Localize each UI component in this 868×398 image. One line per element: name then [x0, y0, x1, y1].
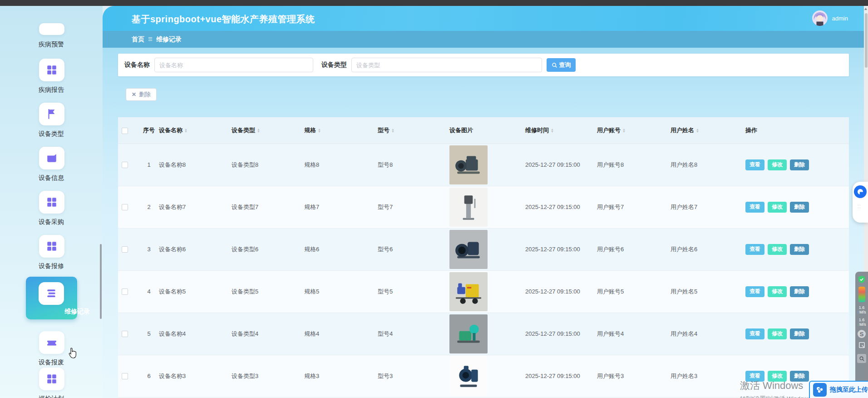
batch-delete-button[interactable]: ✕ 删除: [126, 88, 157, 101]
assistant-icon: [854, 185, 867, 198]
table-row: 3 设备名称6 设备类型6 规格6 型号6 2025-12-27 09:15:0…: [118, 228, 849, 270]
sort-icon[interactable]: ▲▼: [184, 128, 187, 133]
edit-button[interactable]: 修改: [768, 328, 787, 339]
table-header-row: 序号 设备名称▲▼ 设备类型▲▼ 规格▲▼ 型号▲▼ 设备图片 维修时间▲▼ 用…: [118, 117, 849, 144]
edit-button[interactable]: 修改: [768, 202, 787, 213]
delete-button[interactable]: 删除: [790, 159, 809, 170]
grid-icon: [39, 235, 64, 258]
sidebar-item-label: 设备类型: [0, 130, 103, 138]
row-checkbox[interactable]: [122, 246, 128, 253]
grid-icon: [39, 23, 64, 35]
menu-icon: ☰: [148, 36, 153, 42]
sidebar-item-label: 疾病预警: [0, 40, 103, 49]
sogou-icon[interactable]: S: [858, 330, 866, 338]
sort-icon[interactable]: ▲▼: [696, 128, 699, 133]
grid-icon: [39, 368, 64, 390]
sidebar-item-label: 设备报废: [0, 358, 103, 367]
security-shield-icon[interactable]: [858, 275, 866, 284]
row-checkbox[interactable]: [122, 331, 128, 337]
delete-button[interactable]: 删除: [790, 328, 809, 339]
view-button[interactable]: 查看: [745, 159, 764, 170]
breadcrumb-home[interactable]: 首页: [132, 35, 144, 44]
upload-label: 拖拽至此上传: [830, 386, 868, 394]
sort-icon[interactable]: ▲▼: [622, 128, 626, 133]
table-row: 1 设备名称8 设备类型8 规格8 型号8 2025-12-27 09:15:0…: [118, 144, 849, 186]
device-photo[interactable]: [449, 230, 488, 269]
app-header: 基于springboot+vue智能水产养殖管理系统 admin: [103, 6, 868, 31]
drag-handle-icon[interactable]: ⁚⁚: [858, 205, 861, 209]
content-area: 基于springboot+vue智能水产养殖管理系统 admin 首页 ☰ 维修…: [103, 6, 868, 398]
view-button[interactable]: 查看: [745, 286, 764, 297]
sidebar-scrollbar[interactable]: [100, 244, 102, 319]
col-header-type: 设备类型: [232, 126, 255, 134]
device-photo[interactable]: [449, 145, 488, 184]
col-header-name: 设备名称: [159, 126, 182, 134]
user-menu[interactable]: admin: [812, 10, 848, 26]
row-checkbox[interactable]: [122, 162, 128, 168]
view-button[interactable]: 查看: [745, 328, 764, 339]
download-speed: 1.6↓M/s: [858, 318, 866, 327]
scrollbar-thumb[interactable]: [865, 13, 868, 68]
col-header-spec: 规格: [304, 126, 316, 134]
device-photo[interactable]: [449, 314, 488, 353]
screenshot-icon[interactable]: [858, 341, 866, 351]
assistant-float-button[interactable]: ⁚⁚: [853, 182, 868, 223]
device-type-input[interactable]: [351, 58, 542, 72]
flag-icon: [39, 103, 64, 125]
device-photo[interactable]: [449, 188, 488, 227]
col-header-username: 用户姓名: [671, 126, 694, 134]
edit-button[interactable]: 修改: [768, 244, 787, 255]
col-header-time: 维修时间: [525, 126, 549, 134]
row-checkbox[interactable]: [122, 204, 128, 210]
col-header-index: 序号: [143, 127, 155, 134]
grid-icon: [39, 59, 64, 81]
col-header-account: 用户账号: [597, 126, 621, 134]
close-icon: ✕: [132, 91, 136, 98]
mouse-cursor: [67, 347, 78, 359]
records-table: 序号 设备名称▲▼ 设备类型▲▼ 规格▲▼ 型号▲▼ 设备图片 维修时间▲▼ 用…: [118, 117, 849, 398]
sort-icon[interactable]: ▲▼: [318, 128, 321, 133]
view-button[interactable]: 查看: [745, 244, 764, 255]
sort-icon[interactable]: ▲▼: [391, 128, 395, 133]
sidebar-item-label: 设备采购: [0, 218, 103, 226]
netdisk-icon: [813, 383, 827, 397]
row-checkbox[interactable]: [122, 289, 128, 295]
screen: 疾病预警 疾病报告 设备类型 设备信息 设备采购: [0, 0, 868, 398]
table-row: 6 设备名称3 设备类型3 规格3 型号3 2025-12-27 09:15:0…: [118, 355, 849, 397]
scroll-up-arrow[interactable]: [864, 8, 867, 10]
edit-button[interactable]: 修改: [768, 286, 787, 297]
sidebar-item-label: 设备报修: [0, 262, 103, 270]
device-name-label: 设备名称: [124, 61, 150, 69]
device-type-label: 设备类型: [321, 61, 347, 69]
sidebar: 疾病预警 疾病报告 设备类型 设备信息 设备采购: [0, 6, 103, 398]
device-photo[interactable]: [449, 357, 488, 396]
page-title: 基于springboot+vue智能水产养殖管理系统: [132, 13, 315, 25]
avatar[interactable]: [812, 10, 828, 26]
query-button[interactable]: 查询: [547, 58, 576, 72]
sort-icon[interactable]: ▲▼: [257, 128, 260, 133]
delete-button[interactable]: 删除: [790, 202, 809, 213]
list-icon: [39, 282, 64, 305]
performance-meter-icon[interactable]: [858, 287, 865, 302]
search-bar: 设备名称 设备类型 查询: [118, 54, 849, 76]
device-name-input[interactable]: [154, 58, 313, 72]
sort-icon[interactable]: ▲▼: [551, 128, 554, 133]
windows-activate-watermark: 激活 Windows 转到“设置”以激活 Windows: [740, 379, 811, 398]
ticket-icon: [39, 331, 64, 354]
table-row: 4 设备名称5 设备类型5 规格5 型号5 2025-12-27 09:15:0…: [118, 270, 849, 313]
device-photo[interactable]: [449, 272, 488, 311]
delete-button[interactable]: 删除: [790, 244, 809, 255]
view-button[interactable]: 查看: [745, 202, 764, 213]
search-tool-icon[interactable]: [857, 354, 866, 363]
table-row: 5 设备名称4 设备类型4 规格4 型号4 2025-12-27 09:15:0…: [118, 313, 849, 355]
table-row: 2 设备名称7 设备类型7 规格7 型号7 2025-12-27 09:15:0…: [118, 186, 849, 228]
delete-button[interactable]: 删除: [790, 286, 809, 297]
sidebar-item-label: 巡检计划: [0, 395, 103, 398]
row-checkbox[interactable]: [122, 373, 128, 379]
select-all-checkbox[interactable]: [122, 128, 128, 134]
netdisk-upload-widget[interactable]: 拖拽至此上传: [809, 381, 868, 398]
edit-button[interactable]: 修改: [768, 159, 787, 170]
desktop-widget-panel: 1.6↑M/s 1.6↓M/s S: [855, 272, 868, 387]
sidebar-item-label: 设备信息: [0, 174, 103, 182]
sidebar-item-repair-record[interactable]: 维修记录: [26, 277, 77, 319]
